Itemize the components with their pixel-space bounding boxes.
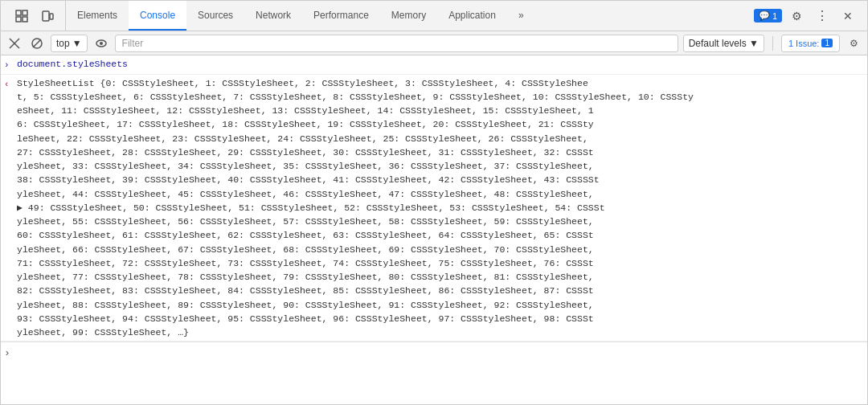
issue-count-badge: 1: [821, 39, 833, 47]
bottom-prompt-line: ›: [1, 342, 867, 362]
close-devtools-button[interactable]: ✕: [837, 5, 859, 27]
output-text-13: 71: CSSStyleSheet, 72: CSSStyleSheet, 73…: [17, 256, 864, 270]
stop-button[interactable]: [28, 35, 46, 52]
settings-button[interactable]: ⚙: [785, 5, 808, 27]
devtools-icons: [4, 1, 66, 31]
output-text-4: leSheet, 22: CSSStyleSheet, 23: CSSStyle…: [17, 132, 864, 145]
tab-console[interactable]: Console: [129, 1, 186, 31]
levels-label: Default levels ▼: [689, 38, 759, 49]
issues-button[interactable]: 1 Issue: 1: [781, 35, 840, 52]
more-options-button[interactable]: ⋮: [811, 5, 833, 27]
device-icon: [41, 10, 54, 22]
tabs-container: Elements Console Sources Network Perform…: [66, 1, 749, 31]
context-label: top: [56, 38, 70, 49]
console-output: › document.styleSheets ‹ StyleSheetList …: [1, 55, 867, 405]
message-count: 1: [772, 11, 777, 21]
output-text-14: yleSheet, 77: CSSStyleSheet, 78: CSSStyl…: [17, 270, 864, 284]
output-text-16: yleSheet, 88: CSSStyleSheet, 89: CSSStyl…: [17, 298, 864, 312]
output-arrow: ‹: [4, 76, 17, 92]
tab-more[interactable]: »: [507, 1, 535, 31]
tab-performance[interactable]: Performance: [302, 1, 380, 31]
vertical-dots-icon: ⋮: [816, 8, 829, 23]
output-text-17: 93: CSSStyleSheet, 94: CSSStyleSheet, 95…: [17, 312, 864, 325]
gear-small-icon: ⚙: [850, 38, 858, 49]
output-text-6: yleSheet, 33: CSSStyleSheet, 34: CSSStyl…: [17, 159, 864, 173]
tab-bar: Elements Console Sources Network Perform…: [1, 1, 867, 31]
filter-input[interactable]: [115, 35, 678, 52]
device-toggle-button[interactable]: [36, 5, 59, 27]
toolbar-right: Default levels ▼ 1 Issue: 1 ⚙: [683, 35, 862, 52]
log-levels-button[interactable]: Default levels ▼: [683, 35, 764, 52]
console-toolbar: top ▼ Default levels ▼ 1 Issue: 1 ⚙: [1, 31, 867, 55]
gear-icon: ⚙: [792, 10, 802, 22]
svg-rect-4: [43, 11, 49, 21]
svg-point-11: [100, 42, 103, 45]
output-text-12: yleSheet, 66: CSSStyleSheet, 67: CSSStyl…: [17, 243, 864, 256]
tab-network[interactable]: Network: [244, 1, 302, 31]
issue-settings-button[interactable]: ⚙: [845, 35, 862, 52]
message-count-button[interactable]: 💬 1: [754, 9, 782, 22]
output-text-3: 6: CSSStyleSheet, 17: CSSStyleSheet, 18:…: [17, 117, 864, 131]
issue-text: 1 Issue:: [788, 39, 820, 48]
output-text-9[interactable]: ▶ 49: CSSStyleSheet, 50: CSSStyleSheet, …: [17, 201, 864, 215]
console-output-line-0: ‹ StyleSheetList {0: CSSStyleSheet, 1: C…: [1, 75, 867, 342]
tab-memory[interactable]: Memory: [380, 1, 437, 31]
toolbar-divider: [772, 36, 773, 51]
output-text-5: 27: CSSStyleSheet, 28: CSSStyleSheet, 29…: [17, 145, 864, 159]
svg-rect-2: [16, 17, 21, 22]
context-selector[interactable]: top ▼: [51, 35, 88, 52]
output-text-11: 60: CSSStyleSheet, 61: CSSStyleSheet, 62…: [17, 228, 864, 242]
tab-application[interactable]: Application: [437, 1, 507, 31]
chevron-down-icon: ▼: [72, 38, 82, 49]
output-text-0: StyleSheetList {0: CSSStyleSheet, 1: CSS…: [17, 76, 864, 90]
svg-line-9: [33, 39, 41, 47]
chat-icon: 💬: [759, 10, 770, 21]
input-arrow: ›: [4, 57, 17, 72]
output-text-1: t, 5: CSSStyleSheet, 6: CSSStyleSheet, 7…: [17, 90, 864, 104]
stop-icon: [31, 37, 43, 50]
output-text-10: yleSheet, 55: CSSStyleSheet, 56: CSSStyl…: [17, 215, 864, 228]
clear-console-button[interactable]: [6, 35, 23, 52]
tab-elements[interactable]: Elements: [66, 1, 129, 31]
console-input-line: › document.styleSheets: [1, 55, 867, 75]
output-content-block: StyleSheetList {0: CSSStyleSheet, 1: CSS…: [17, 76, 864, 340]
svg-rect-1: [23, 10, 27, 15]
eye-icon: [95, 37, 108, 50]
output-text-2: eSheet, 11: CSSStyleSheet, 12: CSSStyleS…: [17, 104, 864, 117]
output-text-7: 38: CSSStyleSheet, 39: CSSStyleSheet, 40…: [17, 173, 864, 186]
inspect-element-button[interactable]: [10, 5, 33, 27]
tab-sources[interactable]: Sources: [186, 1, 244, 31]
svg-rect-0: [16, 10, 21, 15]
inspect-icon: [15, 10, 28, 22]
clear-icon: [8, 37, 21, 50]
bottom-prompt-arrow: ›: [4, 346, 17, 359]
svg-rect-3: [23, 17, 27, 22]
svg-rect-5: [50, 14, 53, 19]
eye-button[interactable]: [92, 35, 110, 52]
output-text-15: 82: CSSStyleSheet, 83: CSSStyleSheet, 84…: [17, 284, 864, 297]
output-text-18: yleSheet, 99: CSSStyleSheet, …}: [17, 325, 864, 339]
tab-bar-right: 💬 1 ⚙ ⋮ ✕: [749, 5, 864, 27]
input-command: document.styleSheets: [17, 57, 864, 71]
close-icon: ✕: [843, 10, 853, 22]
output-text-8: yleSheet, 44: CSSStyleSheet, 45: CSSStyl…: [17, 187, 864, 201]
